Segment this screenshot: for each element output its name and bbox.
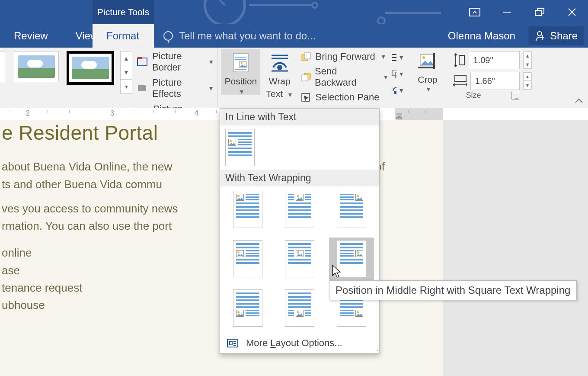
picture-effects-button[interactable]: Picture Effects▼ [137, 77, 214, 100]
width-down[interactable]: ▼ [523, 81, 532, 90]
svg-rect-21 [304, 53, 310, 59]
position-middle-left[interactable] [233, 240, 262, 277]
height-up[interactable]: ▲ [523, 51, 532, 60]
more-layout-options[interactable]: More Layout Options... .:: [220, 333, 379, 353]
share-icon [534, 30, 546, 42]
svg-rect-6 [137, 58, 147, 66]
rotate-icon [391, 86, 396, 95]
share-label: Share [550, 30, 578, 42]
position-top-left[interactable] [233, 191, 262, 228]
svg-rect-30 [459, 55, 464, 65]
gallery-scroll-up[interactable]: ▲ [120, 51, 132, 65]
tab-bar: Review View Format Tell me what you want… [0, 24, 588, 48]
ribbon-display-options-icon[interactable] [458, 0, 491, 24]
style-thumb[interactable] [0, 51, 6, 82]
picture-styles-gallery[interactable]: ▲ ▼ ▾ [3, 49, 132, 94]
svg-rect-27 [394, 91, 396, 94]
collapse-ribbon-icon[interactable] [574, 97, 584, 106]
close-button[interactable] [556, 0, 588, 24]
svg-point-2 [312, 3, 317, 8]
dialog-launcher-icon[interactable] [511, 92, 519, 100]
picture-border-button[interactable]: Picture Border▼ [137, 51, 214, 73]
wrap-text-button[interactable]: Wrap Text ▼ [260, 49, 299, 99]
position-inline-option[interactable] [225, 129, 255, 166]
width-icon [453, 74, 467, 87]
width-input[interactable]: 1.66" [470, 72, 520, 90]
svg-rect-23 [302, 75, 308, 81]
position-bottom-center[interactable] [285, 289, 314, 327]
ribbon: ▲ ▼ ▾ Picture Border▼ Picture Effects▼ P… [0, 48, 588, 108]
position-button[interactable]: Position ▼ [221, 49, 260, 95]
width-input-row: 1.66" ▲▼ [453, 72, 532, 90]
restore-button[interactable] [523, 0, 556, 24]
tell-me-placeholder: Tell me what you want to do... [179, 30, 316, 42]
group-label-size: Size [466, 91, 481, 100]
bring-forward-button[interactable]: Bring Forward ▼ [301, 51, 389, 62]
svg-point-5 [537, 32, 542, 36]
send-backward-button[interactable]: Send Backward ▼ [301, 66, 389, 88]
svg-rect-3 [470, 8, 480, 16]
selection-pane-icon [301, 93, 312, 102]
position-icon [230, 52, 252, 74]
svg-point-0 [205, 0, 245, 24]
height-down[interactable]: ▼ [523, 60, 532, 69]
rotate-button[interactable]: ▼ [391, 84, 404, 96]
contextual-tab-label: Picture Tools [93, 0, 154, 24]
picture-border-icon [137, 57, 148, 67]
group-button[interactable]: ▼ [391, 68, 404, 80]
height-input-row: 1.09" ▲▼ [453, 51, 532, 69]
document-margin-area [443, 120, 588, 376]
align-button[interactable]: ▼ [391, 51, 404, 64]
layout-options-icon [226, 338, 239, 348]
position-top-center[interactable] [285, 191, 314, 228]
position-dropdown: In Line with Text With Text Wrapping Mor… [220, 108, 380, 354]
svg-rect-4 [535, 10, 541, 16]
svg-point-29 [422, 56, 425, 59]
svg-point-14 [241, 62, 243, 64]
style-thumb[interactable] [14, 51, 59, 82]
dropdown-header: In Line with Text [220, 109, 379, 125]
gallery-more[interactable]: ▾ [120, 80, 132, 94]
position-middle-center[interactable] [285, 240, 314, 277]
selection-pane-button[interactable]: Selection Pane [301, 92, 389, 103]
resize-grip-icon[interactable]: .:: [377, 346, 377, 352]
width-up[interactable]: ▲ [523, 72, 532, 81]
svg-rect-7 [138, 85, 146, 91]
decor-lines [199, 0, 441, 24]
gallery-scroll-down[interactable]: ▼ [120, 65, 132, 80]
svg-rect-31 [455, 75, 466, 81]
wrap-text-icon [269, 52, 291, 74]
tab-format[interactable]: Format [93, 24, 154, 48]
height-input[interactable]: 1.09" [469, 51, 520, 69]
title-bar: Picture Tools [0, 0, 588, 24]
position-top-right[interactable] [337, 191, 366, 228]
style-thumb[interactable] [67, 51, 114, 85]
dropdown-header: With Text Wrapping [220, 170, 379, 186]
minimize-button[interactable] [491, 0, 523, 24]
group-icon [391, 69, 396, 79]
position-bottom-left[interactable] [233, 289, 262, 327]
send-backward-icon [301, 72, 311, 82]
bring-forward-icon [301, 52, 312, 61]
user-name[interactable]: Olenna Mason [448, 30, 515, 42]
height-icon [453, 53, 465, 67]
picture-effects-icon [137, 83, 148, 93]
crop-icon [416, 51, 439, 74]
svg-point-18 [277, 65, 282, 70]
tell-me-search[interactable]: Tell me what you want to do... [163, 24, 316, 48]
share-button[interactable]: Share [528, 26, 584, 45]
svg-point-1 [378, 17, 385, 24]
crop-button[interactable]: Crop▼ [412, 49, 444, 93]
tooltip: Position in Middle Right with Square Tex… [329, 280, 577, 300]
lightbulb-icon [163, 31, 173, 41]
tab-review[interactable]: Review [0, 24, 62, 48]
align-icon [391, 53, 396, 62]
position-middle-right[interactable] [337, 240, 366, 277]
